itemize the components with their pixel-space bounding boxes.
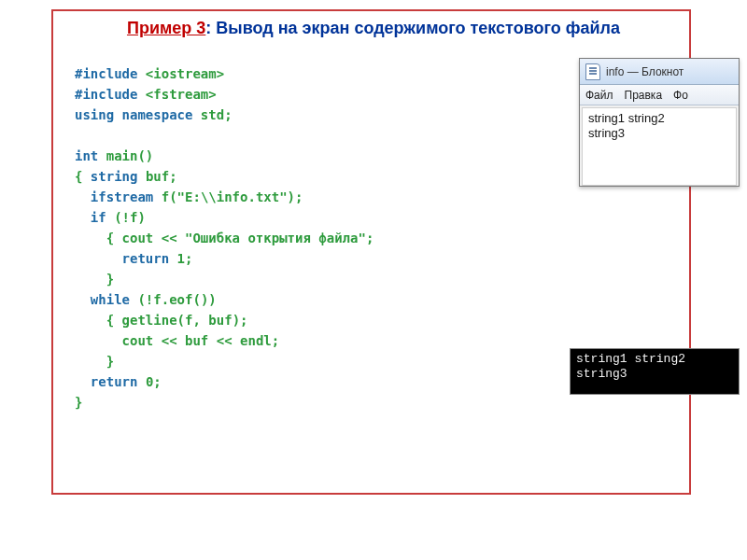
code-token: { [75, 169, 91, 184]
code-token: ( [177, 313, 185, 328]
code-token: << [208, 333, 240, 348]
code-token: ; [224, 107, 232, 122]
code-token: << [153, 333, 185, 348]
code-token: return [122, 251, 177, 266]
code-token: while [91, 292, 138, 307]
code-token: ); [288, 189, 303, 204]
code-token: using namespace [75, 107, 201, 122]
code-token: ifstream [91, 189, 162, 204]
code-token: <fstream> [146, 87, 217, 102]
code-token: "Ошибка открытия файла" [185, 231, 366, 245]
code-token: ( [169, 189, 176, 204]
code-token: cout [122, 231, 154, 245]
code-token: { [75, 313, 122, 328]
code-token: eof [169, 292, 192, 307]
code-token: getline [122, 313, 177, 328]
code-token: (! [114, 210, 130, 225]
code-token: int [75, 148, 106, 163]
menu-edit[interactable]: Правка [625, 89, 663, 102]
code-token: 1; [177, 251, 193, 266]
menu-file[interactable]: Файл [585, 89, 613, 102]
code-token: #include [75, 66, 146, 81]
code-token: } [75, 272, 114, 287]
code-token: () [137, 148, 153, 163]
title-text: Вывод на экран содержимого текстового фа… [216, 19, 620, 37]
code-token: #include [75, 87, 146, 102]
code-token: ; [366, 231, 374, 245]
code-token: f [153, 292, 161, 307]
code-token: ; [169, 169, 176, 184]
title-sep: : [205, 19, 216, 37]
code-token: } [75, 395, 82, 410]
code-token: (! [137, 292, 153, 307]
code-token: ; [272, 333, 279, 348]
code-token [75, 189, 91, 204]
code-token: . [162, 292, 169, 307]
notepad-title: info — Блокнот [606, 65, 684, 78]
code-token: , [192, 313, 208, 328]
notepad-window: info — Блокнот Файл Правка Фо string1 st… [579, 58, 740, 187]
code-token: f [162, 189, 169, 204]
code-token [75, 210, 91, 225]
code-token: endl [240, 333, 272, 348]
notepad-icon [585, 63, 600, 80]
code-token [75, 374, 91, 389]
code-token: } [75, 354, 114, 369]
code-token: cout [122, 333, 154, 348]
code-token: ) [137, 210, 145, 225]
code-token [75, 333, 122, 348]
notepad-menubar: Файл Правка Фо [580, 85, 739, 105]
code-token: 0; [146, 374, 162, 389]
code-token: buf [208, 313, 232, 328]
code-token: << [153, 231, 185, 245]
code-token [75, 251, 122, 266]
title-label: Пример 3 [127, 19, 205, 37]
code-token: ()) [192, 292, 216, 307]
code-token [75, 292, 91, 307]
menu-format[interactable]: Фо [673, 89, 688, 102]
code-token: ); [233, 313, 248, 328]
code-token: buf [146, 169, 169, 184]
slide-title: Пример 3: Вывод на экран содержимого тек… [56, 19, 691, 38]
notepad-content[interactable]: string1 string2 string3 [582, 107, 737, 186]
code-token: return [91, 374, 146, 389]
notepad-titlebar[interactable]: info — Блокнот [580, 59, 739, 85]
code-token: <iostream> [146, 66, 224, 81]
code-token: { [75, 231, 122, 245]
code-token: if [91, 210, 114, 225]
code-block: #include <iostream> #include <fstream> u… [75, 63, 374, 413]
code-token: string [91, 169, 146, 184]
code-token: main [106, 148, 138, 163]
console-output: string1 string2 string3 [570, 348, 740, 395]
code-token: buf [185, 333, 208, 348]
code-token: std [201, 107, 224, 122]
code-token: "E:\\info.txt" [177, 189, 288, 204]
